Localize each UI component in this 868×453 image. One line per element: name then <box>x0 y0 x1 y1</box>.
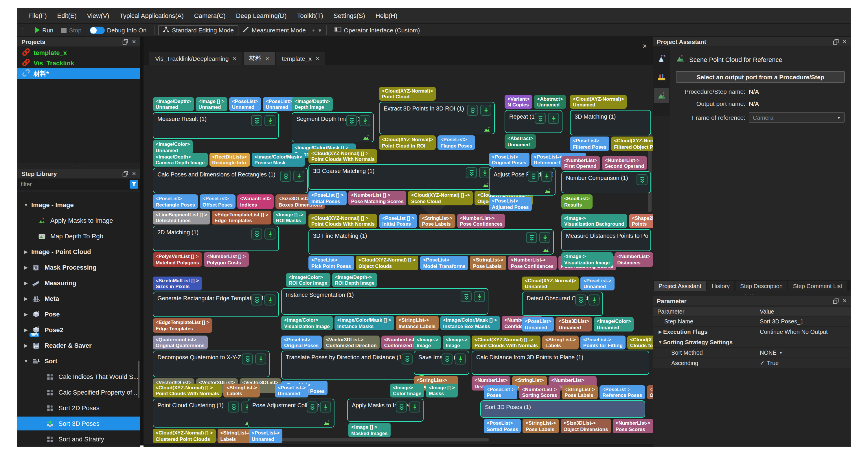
input-port[interactable]: <NumberList->Second Operand <box>602 156 647 170</box>
tree-item[interactable]: ▶Measuring <box>18 276 140 290</box>
frame-of-reference-select[interactable]: Camera ▼ <box>749 112 845 123</box>
run-step-button[interactable] <box>255 354 266 365</box>
output-port[interactable]: <PoseList>Pick Point Poses <box>308 256 354 270</box>
collapse-button[interactable] <box>528 171 539 182</box>
input-port[interactable]: <PoseList>Original Poses <box>281 335 321 350</box>
caret-icon[interactable]: ▶ <box>23 312 29 317</box>
output-port[interactable]: <PoseList->Unnamed <box>249 429 282 443</box>
collapse-button[interactable] <box>228 402 239 413</box>
tree-item[interactable]: ▶Pose <box>18 307 140 321</box>
output-port[interactable]: <StringList->Pose Labels <box>523 419 559 433</box>
input-port[interactable]: <NumberList>First Operand <box>561 156 600 170</box>
measure-tool-icon[interactable] <box>654 51 669 66</box>
input-port[interactable]: <Cloud(XYZ-Normal) [] ->Point Clouds Wit… <box>472 335 541 350</box>
output-port[interactable]: <NumberList [] >Polygon Costs <box>204 253 249 267</box>
output-port[interactable]: <PoseList>Sorted Poses <box>484 419 521 433</box>
select-output-port-button[interactable]: Select an output port from a Procedure/S… <box>676 71 845 83</box>
tree-item[interactable]: Sort 2D Poses <box>18 401 140 415</box>
parameter-value[interactable]: True <box>767 360 779 366</box>
input-port[interactable]: <Image->Visualization Background <box>561 214 627 228</box>
output-port[interactable]: <Image [] >Masked Images <box>348 423 391 438</box>
run-step-button[interactable] <box>589 295 599 306</box>
tab-close-icon[interactable]: × <box>232 56 237 61</box>
run-step-button[interactable] <box>409 402 420 413</box>
caret-icon[interactable]: ▶ <box>23 280 29 286</box>
output-port[interactable]: <NumberList [] >Pose Matching Scores <box>348 191 406 205</box>
menu-item-7[interactable]: Settings(S) <box>329 12 370 19</box>
input-port[interactable]: <Cloud(XYZ-Normal) [] >Point Clouds With… <box>308 214 378 228</box>
run-button[interactable]: Run <box>31 24 58 36</box>
tree-item[interactable]: Apply Masks to Image <box>18 214 140 227</box>
run-step-button[interactable] <box>548 113 559 124</box>
collapse-button[interactable] <box>535 113 546 124</box>
input-port[interactable]: <Image [] >Unnamed <box>195 97 227 111</box>
menu-item-5[interactable]: Deep Learning(D) <box>231 12 292 19</box>
toolbar-grip[interactable]: ⋮⋮ <box>20 27 29 33</box>
input-port[interactable]: <Cloud(XYZ-Normal) [] >Point Clouds With… <box>308 149 378 163</box>
step-node[interactable]: Repeat (1) <box>505 110 562 133</box>
bottom-tab[interactable]: Step Description <box>736 281 787 291</box>
output-port[interactable]: <Image/Color>Visualization Image <box>281 316 333 330</box>
run-step-button[interactable] <box>359 116 370 126</box>
mode-dropdown-caret[interactable]: ▾ <box>316 27 323 33</box>
output-port[interactable]: <EdgeTemplateList [] >Edge Templates <box>153 319 212 333</box>
close-icon[interactable]: × <box>132 39 136 44</box>
tree-item[interactable]: ▶Reader & Saver <box>18 338 140 352</box>
collapse-button[interactable] <box>441 354 453 365</box>
node-graph[interactable]: MECH MIND <Image/Depth>Unnamed<Image [] … <box>144 65 653 444</box>
input-port[interactable]: <Cloud(XYZ-Normal)>Point Cloud <box>379 87 436 101</box>
panel-splitter[interactable]: ······ <box>653 292 850 296</box>
project-item[interactable]: template_x <box>18 47 140 58</box>
step-node[interactable]: Decompose Quaternion to X-Y-Z Axis (1) <box>153 351 270 378</box>
tree-item[interactable]: Map Depth To Rgb <box>18 229 140 243</box>
run-step-button[interactable] <box>539 232 550 243</box>
input-port[interactable]: <Image>Color Image <box>390 384 424 398</box>
output-port[interactable]: <PoseList>Adjusted Poses <box>489 197 532 211</box>
debug-toggle[interactable]: Debug Info On <box>86 24 151 36</box>
output-port[interactable]: <Cloud(XYZ-Normal) [] >Object Clouds <box>355 256 418 270</box>
tree-item[interactable]: Calc Specified Property of ... <box>18 385 140 399</box>
float-icon[interactable] <box>122 38 128 45</box>
measurement-mode-button[interactable]: Measurement Mode <box>239 26 310 35</box>
input-port[interactable]: <PoseList->Poses <box>484 385 517 399</box>
caret-icon[interactable]: ▶ <box>23 327 29 332</box>
run-step-button[interactable] <box>541 171 552 182</box>
input-port[interactable]: <Cloud(XYZ-Normal)>Unnamed <box>570 95 627 109</box>
collapse-button[interactable] <box>575 295 586 306</box>
step-node[interactable]: Segment Depth Image (1) <box>292 112 374 142</box>
output-port[interactable]: <NumberList->Pose Confidences <box>508 256 556 270</box>
tree-item[interactable]: ▶Meta <box>18 292 140 305</box>
library-scrollbar[interactable] <box>138 361 140 398</box>
step-node[interactable]: Measure Result (1) <box>153 112 279 139</box>
input-port[interactable]: <StringList->Labels <box>542 335 579 350</box>
output-port[interactable]: <Size3DList->Object Dimensions <box>561 419 611 433</box>
input-port[interactable]: <NumberList->Sorting Scores <box>519 385 560 399</box>
step-node[interactable]: Number Comparison (1) <box>561 171 651 194</box>
menu-item-6[interactable]: Toolkit(T) <box>292 12 328 19</box>
tree-item[interactable]: Sort and Stratify <box>18 432 140 446</box>
output-port[interactable]: <Image/Color>Unnamed <box>153 140 193 155</box>
menu-item-3[interactable]: Typical Applications(A) <box>114 12 189 19</box>
caret-icon[interactable]: ▶ <box>23 296 29 301</box>
output-port[interactable]: <NumberList->Pose Scores <box>613 419 653 433</box>
caret-icon[interactable]: ▶ <box>23 343 29 348</box>
step-node[interactable]: Detect Obscured Objects (1) <box>522 292 603 316</box>
input-port[interactable]: <Image/Depth>Depth Image <box>292 97 333 111</box>
output-port[interactable]: <PoseList>Flange Poses <box>438 136 475 150</box>
run-step-button[interactable] <box>320 402 331 413</box>
checkbox-checked-icon[interactable]: ✓ <box>760 360 765 366</box>
close-icon[interactable]: × <box>842 39 846 44</box>
input-port[interactable]: <Variant>N Copies <box>505 95 533 109</box>
step-node[interactable]: Calc Poses and Dimensions of Rectangles … <box>153 168 308 194</box>
parameter-row[interactable]: Sort MethodNONE▼ <box>653 348 850 358</box>
input-port[interactable]: <SizeInMatList [] >Sizes in Pixels <box>153 277 202 291</box>
output-port[interactable]: <Image/Color>Unnamed <box>594 317 634 331</box>
input-port[interactable]: <Vector3DList->Customized Direction <box>323 335 380 350</box>
menu-item-2[interactable]: View(V) <box>82 12 115 19</box>
output-port[interactable]: <PoseList>Unnamed <box>522 317 554 331</box>
menu-item-1[interactable]: Edit(E) <box>52 12 82 19</box>
output-port[interactable]: <NumberList>Distances <box>614 253 653 267</box>
input-port[interactable]: <PoseList>Original Poses <box>489 153 529 167</box>
step-node[interactable]: Translate Poses by Direction and Distanc… <box>281 351 429 380</box>
tree-item[interactable]: ▼Sort <box>18 354 140 368</box>
